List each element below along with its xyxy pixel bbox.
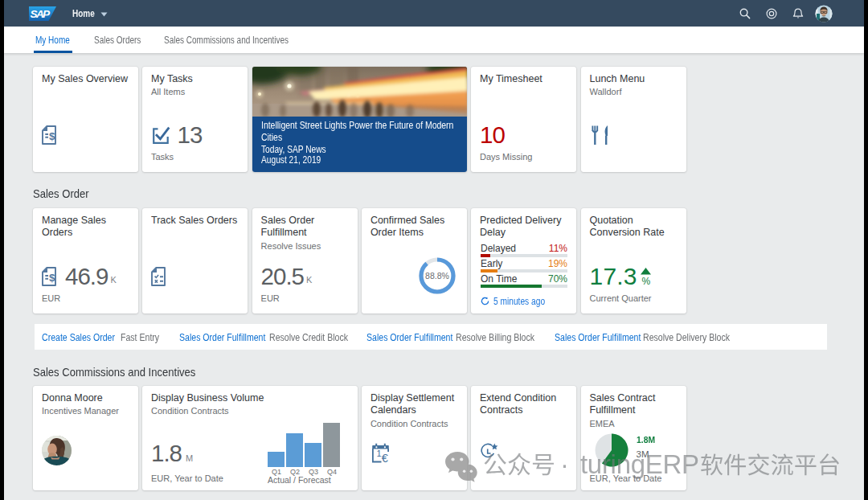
- svg-text:turingERP: turingERP: [580, 449, 699, 479]
- svg-text:·: ·: [560, 449, 569, 479]
